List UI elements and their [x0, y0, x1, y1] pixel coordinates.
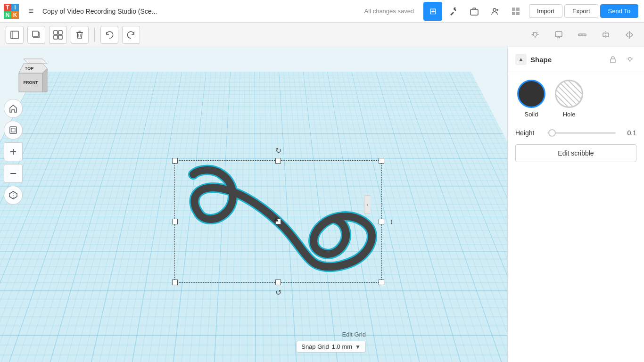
svg-rect-11: [33, 31, 38, 37]
logo-i: I: [11, 4, 19, 11]
handle-bot-left[interactable]: [172, 280, 178, 285]
solid-option[interactable]: Solid: [517, 80, 545, 118]
view-cube[interactable]: TOP FRONT: [9, 57, 47, 94]
svg-rect-13: [58, 31, 62, 34]
project-title: Copy of Video Recording Studio (Sce...: [42, 8, 364, 15]
svg-point-42: [628, 58, 631, 60]
svg-rect-12: [54, 31, 58, 34]
grid-view-button[interactable]: ⊞: [423, 2, 442, 21]
handle-mid-left[interactable]: [172, 219, 178, 224]
svg-rect-5: [516, 8, 520, 11]
solid-label: Solid: [525, 111, 538, 118]
svg-rect-7: [516, 12, 520, 15]
handle-mid-right[interactable]: [379, 219, 384, 224]
snap-grid-value: 1.0 mm: [332, 343, 352, 350]
export-button[interactable]: Export: [564, 4, 598, 18]
shape-lock-button[interactable]: [606, 53, 619, 66]
shape-panel: ▲ Shape Solid Hole Height: [507, 47, 644, 362]
handle-bot-mid[interactable]: [275, 280, 281, 285]
svg-rect-36: [11, 128, 15, 132]
snap-grid-label: Snap Grid: [301, 343, 329, 350]
svg-rect-21: [578, 34, 586, 36]
group-button[interactable]: [49, 26, 67, 44]
height-label: Height: [515, 129, 544, 137]
height-slider-container[interactable]: [547, 132, 616, 134]
svg-rect-6: [512, 12, 515, 15]
height-handle[interactable]: ↕: [390, 218, 393, 225]
shape-light-button[interactable]: [623, 53, 636, 66]
handle-top-right[interactable]: [379, 158, 384, 164]
svg-text:FRONT: FRONT: [24, 80, 38, 85]
tinkercad-logo[interactable]: T I N K: [0, 0, 23, 23]
edit-grid-label[interactable]: Edit Grid: [342, 331, 366, 338]
height-slider-thumb[interactable]: [548, 129, 556, 137]
svg-marker-29: [24, 59, 47, 64]
rotate-handle-top[interactable]: ↻: [275, 146, 281, 155]
height-value: 0.1: [619, 129, 636, 137]
svg-rect-35: [10, 127, 17, 133]
hammer-button[interactable]: [444, 2, 463, 21]
snap-grid-row: Snap Grid 1.0 mm ▼: [296, 341, 366, 353]
handle-top-mid[interactable]: [275, 158, 281, 164]
logo-k: K: [11, 11, 19, 19]
svg-rect-15: [58, 35, 62, 39]
svg-rect-20: [555, 32, 562, 37]
align-button[interactable]: [597, 26, 615, 44]
toolbar-separator: [94, 28, 95, 42]
home-view-button[interactable]: [4, 99, 23, 118]
nav-icons: ⊞: [423, 2, 525, 21]
ruler-button[interactable]: [573, 26, 591, 44]
hole-option[interactable]: Hole: [555, 80, 583, 118]
shape-options: Solid Hole: [508, 72, 644, 125]
hole-circle[interactable]: [555, 80, 583, 108]
redo-button[interactable]: [122, 26, 140, 44]
blocks-button[interactable]: [506, 2, 525, 21]
logo-n: N: [4, 11, 11, 19]
add-person-button[interactable]: [486, 2, 504, 21]
rotate-handle-bottom[interactable]: ↺: [275, 288, 281, 297]
svg-text:TOP: TOP: [25, 66, 33, 71]
svg-rect-14: [54, 35, 58, 39]
svg-rect-0: [471, 9, 478, 15]
viewport[interactable]: TOP FRONT ↻: [0, 47, 507, 362]
copy-to-workplane-button[interactable]: [6, 26, 24, 44]
save-status: All changes saved: [364, 8, 414, 15]
navbar: T I N K ≡ Copy of Video Recording Studio…: [0, 0, 644, 23]
zoom-out-button[interactable]: [4, 164, 23, 183]
toolbar: [0, 23, 644, 47]
handle-top-left[interactable]: [172, 158, 178, 164]
height-row: Height 0.1: [508, 125, 644, 140]
fit-view-button[interactable]: [4, 121, 23, 140]
svg-rect-41: [611, 59, 615, 63]
main-area: TOP FRONT ↻: [0, 47, 644, 362]
selection-box: [174, 160, 382, 283]
handle-bot-right[interactable]: [379, 280, 384, 285]
edit-scribble-button[interactable]: Edit scribble: [515, 144, 636, 162]
menu-icon[interactable]: ≡: [23, 0, 40, 23]
light-button[interactable]: [526, 26, 544, 44]
shape-panel-header: ▲ Shape: [508, 47, 644, 72]
mirror-button[interactable]: [620, 26, 638, 44]
solid-circle[interactable]: [517, 80, 545, 108]
duplicate-button[interactable]: [27, 26, 45, 44]
nav-action-buttons: Import Export Send To: [529, 4, 638, 18]
send-to-button[interactable]: Send To: [600, 4, 638, 18]
scribble-shape[interactable]: ↻ ↕ ↺: [174, 160, 382, 283]
svg-rect-8: [11, 31, 18, 39]
zoom-in-button[interactable]: [4, 142, 23, 161]
height-slider-track: [547, 132, 616, 134]
shape-panel-title: Shape: [530, 56, 603, 64]
bottom-right-controls: Edit Grid Snap Grid 1.0 mm ▼: [296, 331, 366, 353]
annotation-button[interactable]: [550, 26, 568, 44]
panel-collapse-tab[interactable]: ‹: [364, 195, 371, 214]
logo-t: T: [4, 4, 11, 11]
svg-point-1: [493, 8, 496, 11]
briefcase-button[interactable]: [465, 2, 484, 21]
shape-panel-collapse[interactable]: ▲: [515, 54, 527, 65]
hole-label: Hole: [563, 111, 576, 118]
import-button[interactable]: Import: [529, 4, 562, 18]
delete-button[interactable]: [71, 26, 89, 44]
undo-button[interactable]: [100, 26, 118, 44]
perspective-button[interactable]: [4, 186, 23, 205]
snap-grid-dropdown[interactable]: ▼: [355, 344, 361, 350]
